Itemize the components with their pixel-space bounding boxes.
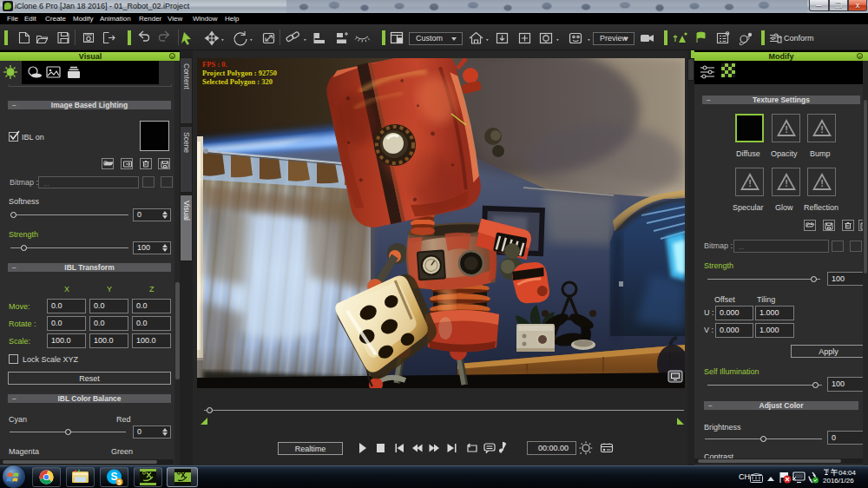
svg-text:5: 5 xyxy=(118,479,122,485)
svg-text:FPS : 0.: FPS : 0. xyxy=(202,60,227,69)
svg-text:Project Polygon : 92750: Project Polygon : 92750 xyxy=(202,69,277,77)
svg-text:Selected Polygon : 320: Selected Polygon : 320 xyxy=(202,77,273,86)
